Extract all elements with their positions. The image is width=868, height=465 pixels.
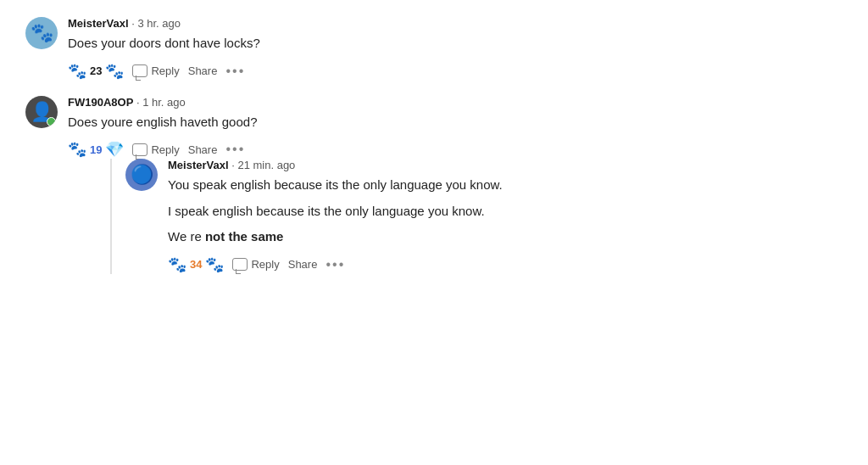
vote-group: 🐾 23 🐾 bbox=[68, 62, 124, 81]
reply-label: Reply bbox=[251, 258, 279, 271]
share-button[interactable]: Share bbox=[188, 64, 218, 77]
more-options-button[interactable]: ••• bbox=[225, 64, 245, 79]
comment-meta: MeisterVaxl · 3 hr. ago bbox=[68, 17, 568, 30]
comment-item: 🐾 MeisterVaxl · 3 hr. ago Does your door… bbox=[25, 17, 568, 81]
vote-group: 🐾 34 🐾 bbox=[168, 255, 224, 274]
more-options-button[interactable]: ••• bbox=[225, 142, 245, 157]
share-button[interactable]: Share bbox=[188, 143, 218, 156]
comment-actions: 🐾 23 🐾 Reply Share ••• bbox=[68, 62, 568, 81]
avatar-emoji: 🔵 bbox=[131, 164, 153, 186]
more-options-button[interactable]: ••• bbox=[326, 257, 345, 272]
share-label: Share bbox=[188, 64, 218, 77]
comment-line-2: I speak english because its the only lan… bbox=[168, 202, 568, 221]
avatar: 👤 bbox=[25, 96, 58, 128]
avatar: 🔵 bbox=[125, 159, 158, 191]
share-button[interactable]: Share bbox=[288, 258, 318, 271]
comment-time: 21 min. ago bbox=[237, 159, 295, 171]
comment-item: 🔵 MeisterVaxl · 21 min. ago You speak en… bbox=[125, 159, 568, 274]
chat-icon bbox=[132, 64, 147, 77]
comment-text: Does youre english haveth good? bbox=[68, 113, 568, 132]
comment-username: MeisterVaxl bbox=[168, 159, 229, 171]
vote-count: 34 bbox=[190, 258, 202, 271]
reply-label: Reply bbox=[151, 143, 179, 156]
chat-icon bbox=[232, 258, 248, 271]
comment-line-1: You speak english because its the only l… bbox=[168, 176, 568, 195]
upvote-icon[interactable]: 🐾 bbox=[68, 140, 86, 159]
vote-count: 23 bbox=[90, 64, 102, 77]
upvote-icon[interactable]: 🐾 bbox=[168, 255, 186, 274]
downvote-icon[interactable]: 🐾 bbox=[205, 255, 224, 274]
comment-actions: 🐾 19 💎 Reply Share ••• bbox=[68, 140, 568, 159]
comment-time: 1 hr. ago bbox=[142, 96, 186, 109]
comment-username: MeisterVaxl bbox=[68, 17, 129, 30]
share-label: Share bbox=[188, 143, 218, 156]
reply-button[interactable]: Reply bbox=[232, 258, 279, 271]
avatar-emoji: 👤 bbox=[31, 101, 53, 123]
comment-text: You speak english because its the only l… bbox=[168, 176, 568, 247]
comment-line-3: We re not the same bbox=[168, 227, 568, 247]
nested-comments: 🔵 MeisterVaxl · 21 min. ago You speak en… bbox=[110, 159, 568, 274]
share-label: Share bbox=[288, 258, 318, 271]
comment-text: Does your doors dont have locks? bbox=[68, 34, 568, 53]
vote-count: 19 bbox=[90, 143, 102, 156]
comment-meta: FW190A8OP · 1 hr. ago bbox=[68, 96, 568, 109]
vote-group: 🐾 19 💎 bbox=[68, 140, 124, 159]
comment-time: 3 hr. ago bbox=[137, 17, 181, 30]
comment-item: 👤 FW190A8OP · 1 hr. ago Does youre engli… bbox=[25, 96, 568, 289]
comment-username: FW190A8OP bbox=[68, 96, 133, 109]
downvote-icon[interactable]: 💎 bbox=[105, 140, 124, 159]
upvote-icon[interactable]: 🐾 bbox=[68, 62, 86, 81]
comment-body: FW190A8OP · 1 hr. ago Does youre english… bbox=[68, 96, 568, 289]
downvote-icon[interactable]: 🐾 bbox=[105, 62, 124, 81]
reply-label: Reply bbox=[151, 64, 179, 77]
avatar-emoji: 🐾 bbox=[31, 22, 53, 44]
comment-actions: 🐾 34 🐾 Reply Share ••• bbox=[168, 255, 568, 274]
avatar: 🐾 bbox=[25, 17, 58, 49]
chat-icon bbox=[132, 143, 147, 156]
comment-meta: MeisterVaxl · 21 min. ago bbox=[168, 159, 568, 171]
comment-body: MeisterVaxl · 21 min. ago You speak engl… bbox=[168, 159, 568, 274]
comment-body: MeisterVaxl · 3 hr. ago Does your doors … bbox=[68, 17, 568, 81]
reply-button[interactable]: Reply bbox=[132, 64, 179, 77]
reply-button[interactable]: Reply bbox=[132, 143, 179, 156]
